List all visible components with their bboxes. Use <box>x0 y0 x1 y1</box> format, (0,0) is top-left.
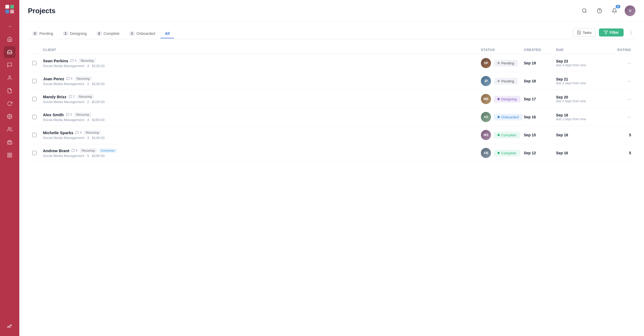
due-cell: Sep 18 due 2 days from now <box>556 113 604 121</box>
row-checkbox[interactable] <box>32 133 43 137</box>
search-icon[interactable] <box>580 6 589 16</box>
row-checkbox[interactable] <box>32 61 43 65</box>
created-cell: Sep 19 <box>524 61 556 65</box>
due-cell: Sep 18 <box>556 133 604 137</box>
briefcase-icon[interactable] <box>4 136 16 148</box>
grid-icon[interactable] <box>4 149 16 161</box>
status-dot <box>497 152 500 154</box>
row-avatar-cell: SP <box>481 58 491 68</box>
svg-rect-3 <box>10 10 14 13</box>
tasks-button[interactable]: Tasks <box>573 28 596 37</box>
client-name: Andrew Brant <box>43 148 69 153</box>
due-sub: due 3 days from now <box>556 99 604 103</box>
refresh-icon[interactable] <box>4 98 16 109</box>
created-date: Sep 18 <box>524 79 556 83</box>
user-avatar[interactable]: U <box>625 5 635 16</box>
home-icon[interactable] <box>4 33 16 45</box>
rating-cell: 5 <box>604 151 631 155</box>
svg-rect-0 <box>5 5 9 9</box>
chat-icon[interactable] <box>4 59 16 71</box>
notification-count: 6 <box>616 5 620 8</box>
tab-onboarded[interactable]: 1 Onboarded <box>125 29 160 38</box>
row-checkbox[interactable] <box>32 97 43 101</box>
notification-bell[interactable]: 6 <box>610 6 619 16</box>
client-sub: Social Media Management · 3 · $149.00 <box>43 136 481 140</box>
client-cell: Michelle Sparks 4 Recurring Social Media… <box>43 130 481 140</box>
table-row: Mandy Brizz 2 Recurring Social Media Man… <box>28 90 635 108</box>
avatar: AS <box>481 112 491 122</box>
due-sub: due 4 days from now <box>556 63 604 67</box>
client-sub: Social Media Management · 2 · $129.00 <box>43 82 481 86</box>
status-badge: Onboarded <box>494 114 522 120</box>
inbox-icon[interactable] <box>4 46 16 58</box>
avatar: MB <box>481 94 491 104</box>
header-status: Status <box>481 48 524 52</box>
table-row: Sean Perkins 4 Recurring Social Media Ma… <box>28 54 635 72</box>
tab-all[interactable]: All <box>160 29 174 38</box>
svg-rect-9 <box>10 153 12 155</box>
row-checkbox[interactable] <box>32 115 43 119</box>
help-icon[interactable] <box>595 6 604 16</box>
row-checkbox-input[interactable] <box>32 61 36 65</box>
filter-button[interactable]: Filter <box>599 28 624 36</box>
rating-cell: — <box>604 61 631 65</box>
row-checkbox[interactable] <box>32 79 43 83</box>
due-cell: Sep 16 <box>556 151 604 155</box>
table-row: Joan Perez 4 Recurring Social Media Mana… <box>28 72 635 90</box>
row-checkbox-input[interactable] <box>32 133 36 137</box>
header-actions: 6 U <box>580 5 635 16</box>
enterprise-tag: Enterprise <box>99 148 117 153</box>
app-logo[interactable] <box>4 3 16 15</box>
status-dot <box>497 98 500 100</box>
svg-rect-11 <box>10 156 12 157</box>
due-date: Sep 16 <box>556 151 604 155</box>
tab-onboarded-badge: 1 <box>129 31 135 36</box>
tab-complete[interactable]: 2 Complete <box>92 29 124 38</box>
due-cell: Sep 21 due 3 days from now <box>556 77 604 85</box>
more-options-button[interactable]: ⋮ <box>627 28 635 37</box>
sidebar: → <box>0 0 19 336</box>
svg-rect-2 <box>5 10 9 13</box>
status-cell: MB Designing <box>481 94 524 104</box>
tab-designing[interactable]: 1 Designing <box>58 29 91 38</box>
content-area: 2 Pending 1 Designing 2 Complete 1 Onboa… <box>19 22 644 336</box>
row-checkbox[interactable] <box>32 151 43 155</box>
arrow-right-icon[interactable]: → <box>4 20 16 32</box>
recurring-tag: Recurring <box>75 76 92 81</box>
gear-icon[interactable] <box>4 111 16 122</box>
row-checkbox-input[interactable] <box>32 79 36 83</box>
tabs-row: 2 Pending 1 Designing 2 Complete 1 Onboa… <box>28 28 635 39</box>
tab-pending[interactable]: 2 Pending <box>28 29 57 38</box>
due-date: Sep 18 <box>556 113 604 117</box>
comment-count: 4 <box>75 131 82 134</box>
rating-cell: 5 <box>604 133 631 137</box>
due-date: Sep 23 <box>556 59 604 63</box>
avatar: SP <box>481 58 491 68</box>
tasks-button-label: Tasks <box>583 31 592 35</box>
comment-count: 3 <box>66 113 72 116</box>
projects-table: Client Status Created Due Rating Sean Pe… <box>28 46 635 162</box>
row-checkbox-input[interactable] <box>32 115 36 119</box>
rating-cell: — <box>604 97 631 101</box>
due-cell: Sep 23 due 4 days from now <box>556 59 604 67</box>
handshake-icon[interactable] <box>4 123 16 135</box>
svg-marker-16 <box>604 31 608 34</box>
row-avatar-cell: MB <box>481 94 491 104</box>
client-sub: Social Media Management · 5 · $189.00 <box>43 154 481 158</box>
row-checkbox-input[interactable] <box>32 97 36 101</box>
main-content: Projects 6 U 2 <box>19 0 644 336</box>
recurring-tag: Recurring <box>77 94 94 99</box>
user-icon[interactable] <box>4 72 16 84</box>
created-cell: Sep 18 <box>524 79 556 83</box>
rating-cell: — <box>604 115 631 119</box>
status-cell: JP Pending <box>481 76 524 86</box>
tab-all-label: All <box>165 31 170 36</box>
tabs-right: Tasks Filter ⋮ <box>573 28 635 39</box>
row-checkbox-input[interactable] <box>32 151 36 155</box>
table-row: Michelle Sparks 4 Recurring Social Media… <box>28 126 635 144</box>
status-cell: AB Complete <box>481 148 524 158</box>
plug-icon[interactable] <box>4 321 16 333</box>
svg-line-13 <box>586 12 587 13</box>
document-icon[interactable] <box>4 85 16 97</box>
tab-complete-label: Complete <box>104 31 120 36</box>
